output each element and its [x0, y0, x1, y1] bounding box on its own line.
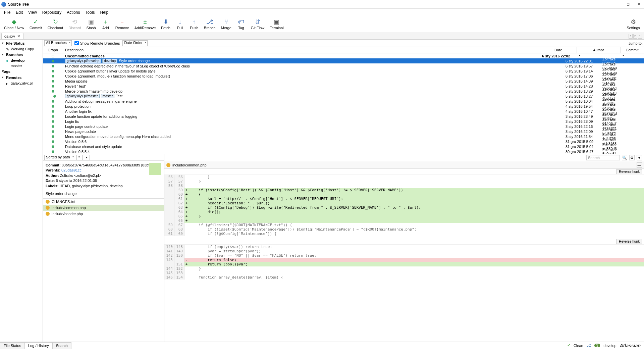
tab-search[interactable]: Search: [52, 342, 71, 349]
show-remote-checkbox[interactable]: Show Remote Branches: [74, 41, 120, 45]
sidebar-group-remotes[interactable]: Remotes: [0, 74, 43, 81]
parent-link[interactable]: 825dae91cc: [61, 168, 82, 172]
discard-button[interactable]: ⟲Discard: [66, 17, 84, 31]
maximize-button[interactable]: ◻: [624, 2, 632, 7]
folder-icon: ▸: [6, 82, 9, 85]
col-author[interactable]: Author: [577, 47, 621, 53]
tab-log-history[interactable]: Log / History: [24, 342, 53, 349]
commit-row[interactable]: Loop protection4 sty 2016 19:54Zoltraks …: [43, 104, 644, 109]
menu-actions[interactable]: Actions: [64, 9, 83, 16]
merge-button[interactable]: ⑂Merge: [218, 17, 234, 31]
commit-row[interactable]: galaxy.alyx.pl/developdevelopStyle order…: [43, 58, 644, 63]
fetch-icon: ⬇: [162, 18, 169, 26]
sidebar: File Status ✎Working Copy Branches ●deve…: [0, 40, 43, 342]
add-button[interactable]: ＋Add: [99, 17, 113, 31]
commit-row[interactable]: Locale function update for additional lo…: [43, 114, 644, 119]
commit-row[interactable]: Version 0.5.5.430 gru 2015 6:47Zoltraks …: [43, 149, 644, 154]
commit-row[interactable]: Cookie agreement, module() function rena…: [43, 73, 644, 79]
commit-row[interactable]: Media update5 sty 2016 14:39Zoltraks f71…: [43, 79, 644, 84]
diff-gear-icon[interactable]: ⚙: [629, 155, 635, 160]
commit-row[interactable]: Revert "Test"5 sty 2016 14:28Zoltraks 99…: [43, 84, 644, 89]
sidebar-item-branch-master[interactable]: master: [0, 63, 43, 68]
collapse-icon[interactable]: —: [637, 162, 642, 168]
diff-search-input[interactable]: [586, 155, 620, 160]
diff-line: 61+ $url = 'http://' . $Config['Host'] .…: [164, 197, 644, 201]
diff-body[interactable]: Reverse hunk5656 }5757 }5858 59+ if (iss…: [164, 169, 644, 342]
commit-button[interactable]: ✓Commit: [27, 17, 45, 31]
menu-repository[interactable]: Repository: [40, 9, 64, 16]
sort-select[interactable]: Sorted by path: [44, 155, 75, 160]
sidebar-item-branch-develop[interactable]: ●develop: [0, 58, 43, 63]
tab-file-status[interactable]: File Status: [0, 342, 25, 349]
col-graph[interactable]: Graph: [43, 47, 63, 53]
gitflow-button[interactable]: ⇵Git Flow: [248, 17, 267, 31]
diff-line: 143- return false;: [164, 258, 644, 262]
diff-line: 142150 if ($var == "NO" || $var == "FALS…: [164, 253, 644, 258]
file-item[interactable]: include/header.php: [43, 211, 164, 217]
commit-row[interactable]: Merge branch 'master' into develop5 sty …: [43, 89, 644, 94]
menu-edit[interactable]: Edit: [13, 9, 25, 16]
dot-icon: ●: [6, 59, 9, 62]
nav-buttons[interactable]: ◂ ▸ ▪: [628, 33, 643, 39]
terminal-button[interactable]: ▣Terminal: [267, 17, 286, 31]
col-desc[interactable]: Description: [63, 47, 540, 53]
reverse-hunk-button[interactable]: Reverse hunk: [616, 239, 642, 244]
commit-row[interactable]: News page update3 sty 2016 22:09Zoltraks…: [43, 129, 644, 134]
commit-row[interactable]: Version 0.5.631 gru 2015 5:09Zoltraks dc…: [43, 139, 644, 144]
order-select[interactable]: Date Order: [122, 40, 147, 46]
commit-row[interactable]: Login fix3 sty 2016 23:09Zoltraks 01406c…: [43, 119, 644, 124]
list-view-button[interactable]: ≡: [76, 155, 83, 160]
settings-button[interactable]: ⚙ Settings: [624, 17, 643, 31]
status-bar: ✓ Clean ⎇ 3 develop Atlassian: [567, 343, 644, 348]
toolbar: ◆Clone / New✓Commit↻Checkout⟲Discard▣Sta…: [0, 16, 644, 32]
status-branch[interactable]: develop: [603, 344, 616, 348]
close-button[interactable]: ✕: [635, 2, 643, 7]
menu-tools[interactable]: Tools: [83, 9, 98, 16]
commit-row[interactable]: Function echolog depreciated in the favo…: [43, 63, 644, 68]
col-date[interactable]: Date: [540, 47, 577, 53]
close-icon[interactable]: ✕: [17, 34, 20, 39]
commit-row[interactable]: Menu configuration moved to config.menu.…: [43, 134, 644, 139]
branch-button[interactable]: ⎇Branch: [201, 17, 218, 31]
discard-icon: ⟲: [71, 18, 78, 26]
search-icon[interactable]: 🔍: [622, 155, 627, 160]
commit-detail-panel: Sorted by path ≡ ▾ Commit: 83bf65c074754…: [43, 154, 164, 342]
menu-help[interactable]: Help: [98, 9, 111, 16]
sidebar-group-file-status[interactable]: File Status: [0, 40, 43, 46]
file-item[interactable]: CHANGES.txt: [43, 199, 164, 205]
terminal-icon: ▣: [273, 18, 280, 26]
minimize-button[interactable]: —: [613, 2, 621, 7]
pull-button[interactable]: ↓Pull: [173, 17, 187, 31]
commit-row[interactable]: Another login fix4 sty 2016 10:47Zoltrak…: [43, 109, 644, 114]
addremove-button[interactable]: ±Add/Remove: [132, 17, 159, 31]
push-button[interactable]: ↑Push: [187, 17, 201, 31]
reverse-hunk-button[interactable]: Reverse hunk: [616, 169, 642, 174]
tag-button[interactable]: 🏷Tag: [234, 17, 248, 31]
diff-dropdown-icon[interactable]: ▾: [637, 155, 642, 160]
sidebar-item-working-copy[interactable]: ✎Working Copy: [0, 46, 43, 52]
file-item[interactable]: include/common.php: [43, 205, 164, 211]
commit-row[interactable]: galaxy.alyx.pl/mastermasterTest5 sty 201…: [43, 94, 644, 99]
filter-bar: All Branches Show Remote Branches Date O…: [43, 40, 644, 47]
repo-tab[interactable]: galaxy ✕: [1, 33, 23, 39]
col-commit[interactable]: Commit: [621, 47, 644, 53]
branch-filter-select[interactable]: All Branches: [44, 40, 72, 46]
diff-panel: 🔍 ⚙ ▾ include/common.php — Reverse hunk5…: [164, 154, 644, 342]
clone-button[interactable]: ◆Clone / New: [1, 17, 27, 31]
commit-row[interactable]: Additional debug messages in game engine…: [43, 99, 644, 104]
stash-button[interactable]: ▣Stash: [84, 17, 99, 31]
sidebar-item-remote[interactable]: ▸galaxy.alyx.pl: [0, 81, 43, 86]
commit-row[interactable]: Uncommitted changes6 sty 2016 22:02**: [43, 53, 644, 58]
sidebar-group-tags[interactable]: Tags: [0, 68, 43, 74]
sidebar-group-branches[interactable]: Branches: [0, 52, 43, 58]
remove-button[interactable]: －Remove: [113, 17, 132, 31]
checkout-button[interactable]: ↻Checkout: [45, 17, 66, 31]
commit-row[interactable]: Cookie agreement buttons layer update fo…: [43, 68, 644, 73]
fetch-button[interactable]: ⬇Fetch: [158, 17, 173, 31]
menu-file[interactable]: File: [1, 9, 13, 16]
commit-row[interactable]: Database charset and style update31 gru …: [43, 144, 644, 149]
stash-icon: ▣: [88, 18, 95, 26]
tree-view-button[interactable]: ▾: [84, 155, 90, 160]
menu-view[interactable]: View: [25, 9, 40, 16]
commit-row[interactable]: Login page control update3 sty 2016 22:1…: [43, 124, 644, 129]
